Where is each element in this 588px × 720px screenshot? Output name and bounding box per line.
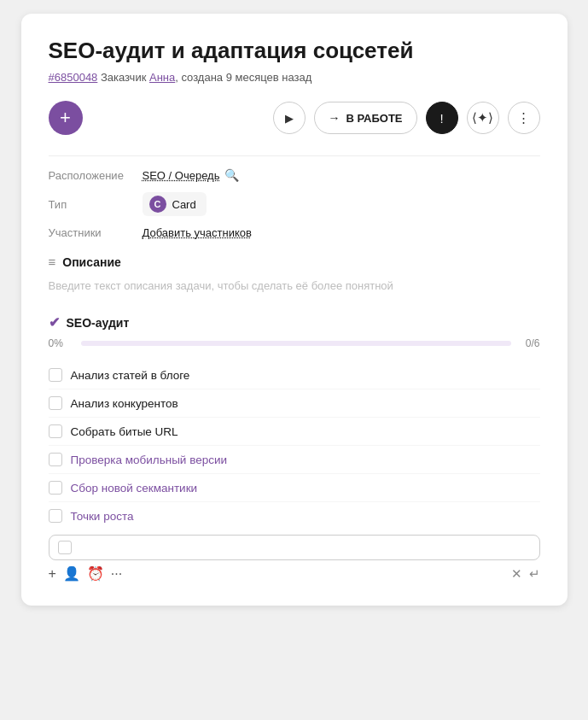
checklist-checkbox[interactable] [49,509,62,523]
progress-bar-background [81,341,511,346]
add-button[interactable]: + [49,101,83,135]
play-icon: ▶ [285,112,294,125]
checklist-checkbox[interactable] [49,424,62,438]
list-item: Проверка мобильный версии [49,446,540,474]
checklist-header: ✔ SEO-аудит [49,314,540,331]
person-icon: 👤 [63,565,80,582]
alert-icon: ! [440,111,443,126]
list-item: Собрать битые URL [49,418,540,446]
add-icon: + [49,566,56,582]
author-link[interactable]: Анна [149,71,175,84]
progress-row: 0% 0/6 [49,337,540,349]
enter-icon: ↵ [529,566,540,582]
more-icon: ⋮ [517,110,530,126]
progress-count: 0/6 [520,337,540,349]
search-icon[interactable]: 🔍 [224,168,239,182]
location-value: SEO / Очередь 🔍 [143,168,240,182]
checklist-checkbox[interactable] [49,368,62,382]
new-item-more-button[interactable]: ··· [111,566,122,582]
new-item-actions: + 👤 ⏰ ··· ✕ ↵ [49,560,540,585]
share-button[interactable]: ⟨✦⟩ [467,102,499,134]
checklist-item-label[interactable]: Точки роста [71,510,134,523]
checklist-checkbox[interactable] [49,453,62,466]
checklist-item-label[interactable]: Сбор новой секмантики [71,482,198,495]
clock-icon: ⏰ [87,565,104,582]
list-item: Сбор новой секмантики [49,474,540,502]
location-label: Расположение [49,169,143,182]
checklist-section: ✔ SEO-аудит 0% 0/6 Анализ статей в блоге… [49,314,540,585]
play-button[interactable]: ▶ [273,102,306,134]
alert-button[interactable]: ! [426,102,458,134]
status-label: В РАБОТЕ [346,112,403,125]
status-arrow-icon: → [329,111,341,125]
type-badge-text: Card [172,198,196,211]
page-subtitle: #6850048 Заказчик Анна, создана 9 месяце… [49,71,540,84]
location-link[interactable]: SEO / Очередь [143,169,220,182]
checklist-title: SEO-аудит [67,316,130,330]
meta-location-row: Расположение SEO / Очередь 🔍 [49,168,540,182]
task-id-link[interactable]: #6850048 [49,71,98,84]
type-label: Тип [49,198,143,211]
new-item-enter-button[interactable]: ↵ [529,566,540,582]
more-button[interactable]: ⋮ [508,102,540,134]
description-section: ≡ Описание Введите текст описания задачи… [49,255,540,296]
type-badge[interactable]: C Card [143,192,207,216]
list-item: Анализ конкурентов [49,389,540,418]
type-badge-letter: C [149,196,166,213]
progress-percent: 0% [49,337,73,349]
checklist-checkbox[interactable] [49,396,62,410]
new-item-close-button[interactable]: ✕ [511,566,522,582]
description-placeholder[interactable]: Введите текст описания задачи, чтобы сде… [49,276,540,296]
participants-label: Участники [49,226,143,239]
new-item-row [49,535,540,560]
new-item-checkbox[interactable] [58,541,72,554]
type-value: C Card [143,192,207,216]
page-title: SEO-аудит и адаптация соцсетей [49,38,540,64]
description-header: ≡ Описание [49,255,540,269]
meta-type-row: Тип C Card [49,192,540,216]
main-card: SEO-аудит и адаптация соцсетей #6850048 … [21,14,568,606]
close-icon: ✕ [511,566,522,582]
new-item-input[interactable] [80,541,531,554]
checklist-checkbox[interactable] [49,481,62,495]
description-title: Описание [62,255,121,269]
list-item: Точки роста [49,502,540,530]
more-dots-icon: ··· [111,566,122,582]
participants-value: Добавить участников [143,226,252,239]
checklist-item-label: Анализ конкурентов [71,397,178,410]
checklist-items: Анализ статей в блогеАнализ конкурентовС… [49,361,540,530]
checklist-item-label[interactable]: Проверка мобильный версии [71,454,228,466]
new-item-clock-button[interactable]: ⏰ [87,565,104,582]
new-item-add-button[interactable]: + [49,566,56,582]
list-item: Анализ статей в блоге [49,361,540,389]
toolbar: + ▶ → В РАБОТЕ ! ⟨✦⟩ ⋮ [49,101,540,135]
status-button[interactable]: → В РАБОТЕ [314,102,417,134]
share-icon: ⟨✦⟩ [472,110,493,126]
checklist-item-label: Анализ статей в блоге [71,369,190,382]
checklist-icon: ✔ [49,314,60,331]
checklist-item-label: Собрать битые URL [71,425,178,438]
meta-section: Расположение SEO / Очередь 🔍 Тип C Card … [49,155,540,239]
meta-participants-row: Участники Добавить участников [49,226,540,239]
description-icon: ≡ [49,255,56,269]
add-participants-link[interactable]: Добавить участников [143,226,252,239]
new-item-person-button[interactable]: 👤 [63,565,80,582]
